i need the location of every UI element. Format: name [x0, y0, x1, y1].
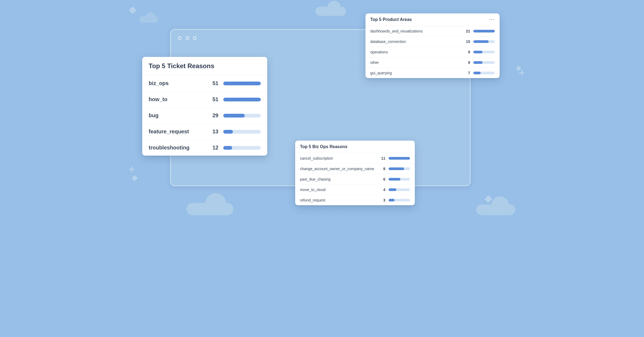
bar-fill — [389, 178, 400, 181]
bar-chart-cell — [389, 199, 410, 202]
row-value: 9 — [464, 50, 470, 54]
row-value: 3 — [379, 198, 385, 202]
table-row: biz_ops51 — [142, 75, 267, 91]
table-row: other9 — [365, 57, 500, 68]
row-label: biz_ops — [149, 80, 204, 86]
row-label: how_to — [149, 96, 204, 102]
window-dot-icon — [193, 36, 197, 40]
bar-chart-cell — [223, 114, 261, 118]
bar-chart-cell — [473, 61, 495, 64]
table-row: change_account_owner_or_company_name8 — [295, 164, 415, 174]
row-value: 51 — [209, 80, 218, 86]
row-value: 4 — [379, 188, 385, 192]
cloud-icon — [315, 7, 346, 16]
row-value: 21 — [464, 29, 470, 33]
row-label: refund_request — [300, 198, 376, 202]
bar-fill — [389, 199, 394, 202]
window-traffic-lights — [178, 36, 197, 40]
bar-fill — [223, 130, 233, 134]
bar-chart-cell — [389, 188, 410, 191]
table-row: operations9 — [365, 47, 500, 57]
card-product-areas: Top 5 Product Areas ••• dashboards_and_v… — [365, 13, 500, 78]
row-label: dashboards_and_visualizations — [370, 29, 461, 33]
card-title: Top 5 Product Areas — [370, 17, 412, 22]
table-row: refund_request3 — [295, 195, 415, 205]
row-value: 29 — [209, 112, 218, 119]
window-dot-icon — [185, 36, 189, 40]
bar-fill — [473, 72, 481, 74]
bar-chart-cell — [223, 82, 261, 85]
row-label: gui_querying — [370, 71, 461, 75]
row-label: troubleshooting — [149, 145, 204, 151]
card-header: Top 5 Product Areas ••• — [365, 13, 500, 26]
table-row: dashboards_and_visualizations21 — [365, 26, 500, 36]
card-biz-ops-reasons: Top 5 Biz Ops Reasons cancel_subscriptio… — [295, 141, 415, 205]
window-dot-icon — [178, 36, 182, 40]
bar-chart-cell — [473, 40, 495, 43]
table-row: past_due_chasing6 — [295, 174, 415, 185]
card-rows: biz_ops51how_to51bug29feature_request13t… — [142, 75, 267, 156]
sparkle-icon — [132, 175, 138, 181]
table-row: feature_request13 — [142, 124, 267, 140]
row-label: move_to_cloud — [300, 188, 376, 192]
card-title: Top 5 Biz Ops Reasons — [300, 144, 347, 149]
bar-fill — [223, 82, 261, 85]
bar-fill — [389, 167, 404, 170]
bar-chart-cell — [223, 98, 261, 101]
card-ticket-reasons: Top 5 Ticket Reasons biz_ops51how_to51bu… — [142, 57, 267, 156]
row-label: operations — [370, 50, 461, 54]
card-rows: cancel_subscription11change_account_owne… — [295, 153, 415, 205]
bar-chart-cell — [389, 178, 410, 181]
row-label: bug — [149, 112, 204, 119]
row-value: 6 — [379, 177, 385, 181]
bar-chart-cell — [223, 146, 261, 150]
table-row: move_to_cloud4 — [295, 185, 415, 195]
row-label: change_account_owner_or_company_name — [300, 167, 376, 171]
row-label: feature_request — [149, 129, 204, 135]
cloud-icon — [476, 204, 515, 215]
table-row: how_to51 — [142, 91, 267, 108]
bar-fill — [389, 157, 410, 160]
stage: Top 5 Ticket Reasons biz_ops51how_to51bu… — [113, 0, 531, 213]
row-value: 7 — [464, 71, 470, 75]
row-value: 9 — [464, 60, 470, 65]
row-value: 11 — [379, 156, 385, 160]
row-value: 13 — [209, 129, 218, 135]
sparkle-icon — [129, 6, 136, 14]
row-value: 51 — [209, 96, 218, 102]
bar-chart-cell — [389, 167, 410, 170]
card-rows: dashboards_and_visualizations21database_… — [365, 26, 500, 78]
plus-icon — [129, 166, 135, 172]
table-row: troubleshooting12 — [142, 140, 267, 156]
table-row: gui_querying7 — [365, 68, 500, 78]
row-label: cancel_subscription — [300, 156, 376, 160]
plus-icon — [519, 70, 525, 76]
bar-fill — [473, 51, 482, 53]
row-label: other — [370, 60, 461, 65]
table-row: bug29 — [142, 108, 267, 124]
row-value: 12 — [209, 145, 218, 151]
card-header: Top 5 Ticket Reasons — [142, 57, 267, 75]
sparkle-icon — [485, 195, 492, 203]
row-value: 15 — [464, 39, 470, 44]
card-menu-button[interactable]: ••• — [489, 17, 495, 22]
cloud-icon — [186, 203, 233, 215]
bar-fill — [473, 30, 495, 32]
bar-fill — [223, 98, 261, 101]
bar-fill — [223, 146, 232, 150]
table-row: database_connection15 — [365, 36, 500, 47]
cloud-icon — [140, 16, 158, 23]
row-label: database_connection — [370, 39, 461, 44]
row-label: past_due_chasing — [300, 177, 376, 181]
bar-fill — [389, 188, 396, 191]
row-value: 8 — [379, 167, 385, 171]
bar-fill — [473, 61, 482, 64]
table-row: cancel_subscription11 — [295, 153, 415, 164]
bar-chart-cell — [473, 30, 495, 32]
bar-chart-cell — [389, 157, 410, 160]
card-title: Top 5 Ticket Reasons — [149, 62, 214, 70]
bar-chart-cell — [473, 51, 495, 53]
bar-fill — [223, 114, 245, 118]
bar-chart-cell — [223, 130, 261, 134]
card-header: Top 5 Biz Ops Reasons — [295, 141, 415, 153]
